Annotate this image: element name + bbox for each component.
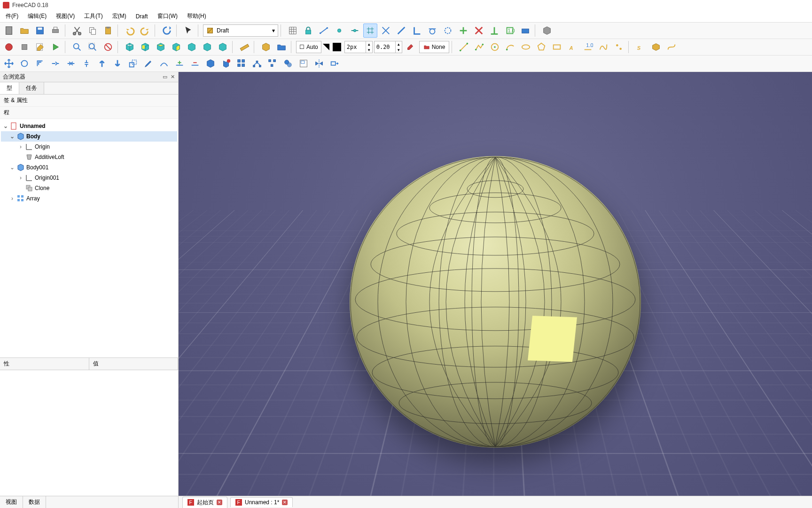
drawing-button[interactable] (297, 56, 311, 71)
snap-intersection-button[interactable] (379, 24, 393, 38)
undo-button[interactable] (123, 24, 137, 38)
pointarray-button[interactable] (265, 56, 280, 71)
construction-group-button[interactable]: None (419, 41, 450, 53)
zoom-selection-button[interactable] (86, 40, 100, 54)
menu-view[interactable]: 视图(V) (51, 10, 79, 22)
view-right-button[interactable] (169, 40, 183, 54)
dimension-tool-button[interactable] (317, 24, 331, 38)
join-tool-button[interactable] (64, 56, 78, 71)
expand-icon[interactable]: › (9, 195, 15, 202)
menu-windows[interactable]: 窗口(W) (153, 10, 182, 22)
menu-draft[interactable]: Draft (131, 11, 153, 22)
opacity-input[interactable] (375, 43, 395, 51)
tab-startpage[interactable]: F 起始页 ✕ (182, 497, 227, 508)
menu-file[interactable]: 件(F) (1, 10, 23, 22)
copy-button[interactable] (86, 24, 100, 38)
patharray-button[interactable] (250, 56, 264, 71)
workbench-selector[interactable]: Draft ▾ (203, 24, 278, 37)
rotate-tool-button[interactable] (17, 56, 31, 71)
shape2d-button[interactable] (203, 56, 218, 71)
spin-up-icon[interactable]: ▲ (366, 41, 372, 47)
draft2sketch-button[interactable] (219, 56, 233, 71)
view-top-button[interactable] (154, 40, 168, 54)
expand-icon[interactable]: ⌄ (9, 164, 15, 171)
snap-grid-button[interactable] (363, 24, 377, 38)
view-front-button[interactable] (138, 40, 152, 54)
panel-close-icon[interactable]: ✕ (170, 74, 175, 80)
view-left-button[interactable] (216, 40, 230, 54)
print-button[interactable] (48, 24, 62, 38)
open-button[interactable] (17, 24, 31, 38)
grid-toggle-button[interactable] (286, 24, 300, 38)
menu-macro[interactable]: 宏(M) (108, 10, 131, 22)
addpoint-button[interactable] (172, 56, 187, 71)
expand-icon[interactable]: › (18, 175, 23, 181)
new-doc-button[interactable] (2, 24, 16, 38)
view-bottom-button[interactable] (200, 40, 214, 54)
record-macro-button[interactable] (2, 40, 16, 54)
scale-tool-button[interactable] (126, 56, 140, 71)
line-width-input[interactable] (345, 43, 366, 51)
snap-near-button[interactable] (441, 24, 455, 38)
value-column-header[interactable]: 值 (89, 358, 179, 370)
model-tree[interactable]: ⌄ Unnamed ⌄ Body › Origin AdditiveLoft ⌄ (0, 119, 178, 357)
arc-tool-button[interactable] (503, 40, 517, 54)
snap-tangent-button[interactable] (425, 24, 439, 38)
prop-column-header[interactable]: 性 (0, 358, 89, 370)
edit-macro-button[interactable] (33, 40, 47, 54)
part-button[interactable] (259, 40, 273, 54)
trimex-tool-button[interactable] (48, 56, 62, 71)
stop-macro-button[interactable] (17, 40, 31, 54)
expand-icon[interactable]: ⌄ (9, 133, 15, 140)
snap-midpoint-button[interactable] (348, 24, 362, 38)
expand-icon[interactable]: › (18, 143, 23, 150)
line-width-spinner[interactable]: ▲▼ (344, 41, 373, 53)
redo-button[interactable] (138, 24, 152, 38)
snap-dimensions-button[interactable]: 1.0 (503, 24, 517, 38)
view-rear-button[interactable] (185, 40, 199, 54)
tree-array[interactable]: › Array (1, 193, 177, 204)
tree-document[interactable]: ⌄ Unnamed (1, 121, 177, 131)
line-color-swatch[interactable] (333, 43, 341, 51)
edit-tool-button[interactable] (141, 56, 156, 71)
snap-extension-button[interactable] (394, 24, 408, 38)
tree-origin001[interactable]: › Origin001 (1, 173, 177, 183)
cube-button[interactable] (540, 24, 554, 38)
zoom-fit-button[interactable] (70, 40, 84, 54)
shapestring-button[interactable]: S (633, 40, 648, 54)
tree-clone[interactable]: Clone (1, 183, 177, 193)
dimension-label-button[interactable]: 1.00 (581, 40, 595, 54)
viewport-3d[interactable]: F 起始页 ✕ F Unnamed : 1* ✕ (179, 72, 812, 508)
array-tool-button[interactable] (234, 56, 249, 71)
wire2bspline-button[interactable] (157, 56, 171, 71)
draw-style-button[interactable] (101, 40, 115, 54)
facebinder-button[interactable] (649, 40, 663, 54)
spin-down-icon[interactable]: ▼ (395, 47, 402, 53)
opacity-spinner[interactable]: ▲▼ (374, 41, 402, 53)
spin-down-icon[interactable]: ▼ (366, 47, 372, 53)
text-tool-button[interactable]: A (565, 40, 579, 54)
snap-perpendicular-button[interactable] (410, 24, 424, 38)
ellipse-tool-button[interactable] (519, 40, 533, 54)
tree-additiveloft[interactable]: AdditiveLoft (1, 152, 177, 162)
working-plane-button[interactable] (518, 24, 532, 38)
rectangle-tool-button[interactable] (550, 40, 564, 54)
paste-button[interactable] (101, 24, 115, 38)
split-tool-button[interactable] (79, 56, 94, 71)
group-button[interactable] (274, 40, 289, 54)
bezier-tool-button[interactable] (664, 40, 679, 54)
auto-checkbox[interactable]: ☐ Auto (296, 41, 321, 53)
close-tab-icon[interactable]: ✕ (282, 500, 288, 505)
polygon-tool-button[interactable] (534, 40, 548, 54)
menu-tools[interactable]: 工具(T) (79, 10, 107, 22)
close-tab-icon[interactable]: ✕ (217, 500, 222, 505)
expand-icon[interactable]: ⌄ (3, 123, 8, 129)
delpoint-button[interactable] (188, 56, 202, 71)
highlighted-face[interactable] (528, 316, 577, 362)
save-button[interactable] (33, 24, 47, 38)
tab-data[interactable]: 数据 (23, 496, 46, 508)
snap-endpoint-button[interactable] (332, 24, 346, 38)
snap-center-button[interactable] (456, 24, 470, 38)
line-tool-button[interactable] (457, 40, 471, 54)
tree-origin[interactable]: › Origin (1, 142, 177, 152)
